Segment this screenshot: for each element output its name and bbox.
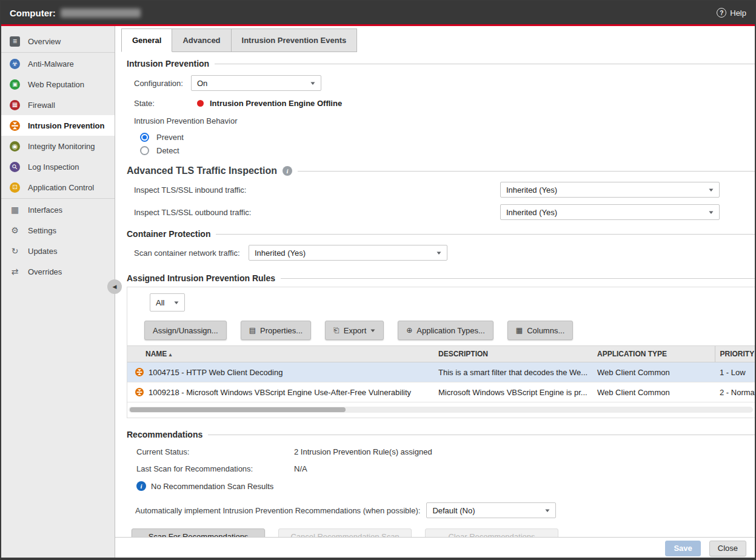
- sidebar-collapse-handle[interactable]: ◀: [107, 279, 122, 294]
- export-file-icon: ⎗: [333, 326, 340, 335]
- intrusion-prevention-rule-icon: [135, 368, 144, 376]
- updates-icon: ↻: [10, 246, 20, 256]
- tls-inbound-dropdown[interactable]: Inherited (Yes) ▼: [500, 182, 720, 198]
- section-title: Container Protection: [127, 229, 210, 239]
- close-button[interactable]: Close: [709, 541, 746, 556]
- footer-action-bar: Save Close: [115, 537, 755, 559]
- sidebar-item-label: Integrity Monitoring: [28, 142, 95, 151]
- integrity-monitoring-icon: ◉: [10, 141, 20, 152]
- rule-name: 1009218 - Microsoft Windows VBScript Eng…: [149, 388, 411, 397]
- sidebar-item-firewall[interactable]: ▦ Firewall: [1, 95, 115, 115]
- rule-application-type: Web Client Common: [592, 362, 715, 382]
- section-title: Recommendations: [127, 430, 202, 439]
- computer-title-label: Computer:: [10, 8, 56, 18]
- sidebar-item-settings[interactable]: ⚙ Settings: [1, 220, 115, 241]
- sidebar-item-integrity-monitoring[interactable]: ◉ Integrity Monitoring: [1, 136, 115, 156]
- rule-row-1004715[interactable]: 1004715 - HTTP Web Client Decoding This …: [127, 362, 755, 382]
- help-icon: ?: [717, 8, 726, 18]
- state-offline-indicator-icon: [197, 100, 204, 107]
- sidebar-item-label: Settings: [28, 226, 56, 235]
- sidebar-item-interfaces[interactable]: ▦ Interfaces: [1, 199, 115, 220]
- sort-asc-icon: ▴: [169, 352, 172, 358]
- container-scan-dropdown[interactable]: Inherited (Yes) ▼: [249, 245, 447, 261]
- save-button[interactable]: Save: [665, 541, 700, 556]
- current-status-label: Current Status:: [136, 447, 294, 456]
- state-row: State: Intrusion Prevention Engine Offli…: [134, 99, 755, 108]
- tab-advanced[interactable]: Advanced: [172, 28, 231, 52]
- rule-row-1009218[interactable]: 1009218 - Microsoft Windows VBScript Eng…: [127, 382, 755, 402]
- column-header-priority[interactable]: PRIORITY: [715, 346, 755, 362]
- rules-filter-dropdown[interactable]: All ▼: [150, 293, 185, 312]
- intrusion-prevention-rule-icon: [135, 388, 144, 396]
- chevron-down-icon: ▼: [369, 328, 376, 333]
- sidebar-item-intrusion-prevention[interactable]: Intrusion Prevention: [1, 115, 115, 136]
- application-types-globe-icon: ⊕: [406, 326, 412, 335]
- tls-info-icon[interactable]: i: [283, 166, 292, 176]
- sidebar-item-overrides[interactable]: ⇄ Overrides: [1, 261, 115, 282]
- detect-label: Detect: [156, 146, 179, 155]
- help-button[interactable]: ? Help: [717, 8, 746, 18]
- current-status-value: 2 Intrusion Prevention Rule(s) assigned: [294, 447, 432, 456]
- container-scan-label: Scan container network traffic:: [134, 248, 249, 258]
- assign-unassign-button[interactable]: Assign/Unassign...: [144, 321, 227, 340]
- behavior-option-detect[interactable]: Detect: [140, 146, 755, 155]
- chevron-down-icon: ▼: [544, 508, 551, 513]
- sidebar-item-anti-malware[interactable]: ☣ Anti-Malware: [1, 53, 115, 74]
- tls-outbound-dropdown[interactable]: Inherited (Yes) ▼: [500, 204, 720, 220]
- tls-inbound-value: Inherited (Yes): [506, 185, 704, 195]
- rules-filter-value: All: [156, 298, 169, 307]
- tab-intrusion-prevention-events[interactable]: Intrusion Prevention Events: [232, 28, 358, 52]
- radio-prevent[interactable]: [140, 133, 149, 142]
- column-header-description[interactable]: DESCRIPTION: [433, 346, 592, 362]
- help-label: Help: [730, 8, 746, 18]
- section-intrusion-prevention: Intrusion Prevention: [127, 59, 755, 68]
- tab-bar: General Advanced Intrusion Prevention Ev…: [115, 28, 755, 52]
- sidebar-divider: [1, 198, 115, 199]
- sidebar-item-web-reputation[interactable]: ▣ Web Reputation: [1, 74, 115, 95]
- radio-detect[interactable]: [140, 146, 149, 155]
- general-tab-content: Intrusion Prevention Configuration: On ▼…: [115, 59, 755, 544]
- anti-malware-icon: ☣: [10, 59, 20, 69]
- tab-general[interactable]: General: [121, 28, 172, 52]
- columns-button[interactable]: ▦ Columns...: [507, 321, 573, 340]
- configuration-label: Configuration:: [134, 79, 191, 88]
- columns-label: Columns...: [527, 326, 564, 335]
- sidebar-item-label: Intrusion Prevention: [28, 121, 104, 130]
- configuration-value: On: [197, 79, 306, 88]
- horizontal-scrollbar[interactable]: [129, 407, 753, 413]
- behavior-label: Intrusion Prevention Behavior: [134, 116, 238, 125]
- auto-implement-dropdown[interactable]: Default (No) ▼: [426, 502, 556, 518]
- chevron-left-icon: ◀: [113, 284, 117, 290]
- properties-button[interactable]: ▤ Properties...: [241, 321, 311, 340]
- export-label: Export: [344, 326, 367, 335]
- sidebar-item-label: Overview: [28, 37, 61, 46]
- sidebar-item-application-control[interactable]: ⊡ Application Control: [1, 177, 115, 198]
- behavior-option-prevent[interactable]: Prevent: [140, 133, 755, 142]
- computer-details-window: Computer: ? Help ≡ Overview ☣ Anti-Malwa…: [0, 0, 756, 560]
- chevron-down-icon: ▼: [435, 250, 443, 256]
- sidebar-item-label: Anti-Malware: [28, 59, 74, 68]
- rule-priority: 2 - Normal: [715, 382, 755, 402]
- tls-inbound-row: Inspect TLS/SSL inbound traffic: Inherit…: [134, 182, 755, 198]
- sidebar-item-updates[interactable]: ↻ Updates: [1, 241, 115, 261]
- sidebar-item-overview[interactable]: ≡ Overview: [1, 31, 115, 52]
- configuration-dropdown[interactable]: On ▼: [191, 75, 321, 91]
- sidebar-item-log-inspection[interactable]: ⚲ Log Inspection: [1, 156, 115, 177]
- scrollbar-thumb[interactable]: [130, 407, 346, 412]
- columns-grid-icon: ▦: [516, 326, 523, 335]
- export-button[interactable]: ⎗ Export ▼: [325, 321, 384, 340]
- sidebar-item-label: Web Reputation: [28, 80, 84, 89]
- column-header-name[interactable]: NAME ▴: [127, 346, 433, 362]
- sidebar-item-label: Log Inspection: [28, 162, 79, 172]
- auto-implement-row: Automatically implement Intrusion Preven…: [135, 502, 755, 518]
- current-status-row: Current Status: 2 Intrusion Prevention R…: [136, 447, 755, 456]
- column-header-application-type[interactable]: APPLICATION TYPE: [592, 346, 715, 362]
- intrusion-prevention-icon: [10, 121, 20, 131]
- main-panel: General Advanced Intrusion Prevention Ev…: [115, 26, 755, 559]
- application-types-label: Application Types...: [416, 326, 485, 335]
- auto-implement-label: Automatically implement Intrusion Preven…: [135, 506, 420, 515]
- chevron-down-icon: ▼: [707, 187, 715, 193]
- properties-label: Properties...: [260, 326, 303, 335]
- rules-table: NAME ▴ DESCRIPTION APPLICATION TYPE PRIO…: [127, 345, 755, 402]
- application-types-button[interactable]: ⊕ Application Types...: [398, 321, 493, 340]
